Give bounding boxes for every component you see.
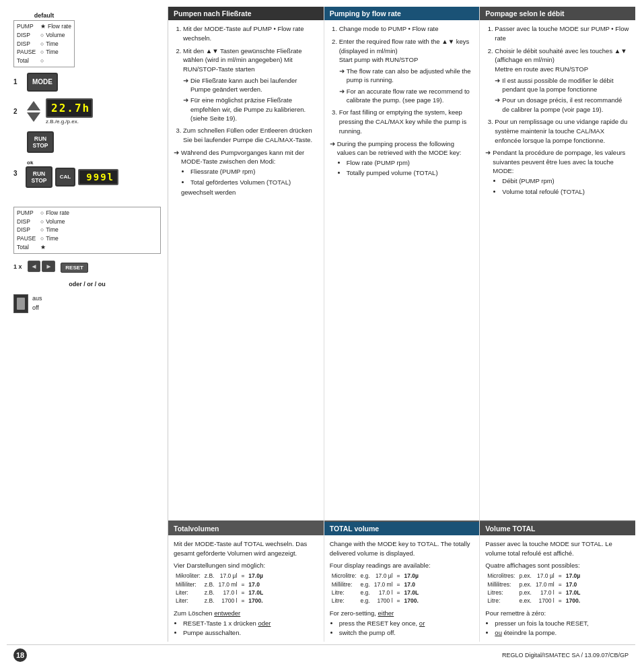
- arrow-icon-5: ➜: [339, 87, 345, 105]
- col3-section2-sub: Quatre affichages sont possibles:: [485, 561, 630, 570]
- table-row: Millilitre:e.g.17.0 ml=17.0: [330, 580, 421, 589]
- col2-step3: For fast filling or emptying the system,…: [339, 108, 474, 135]
- reset-row: 1 x ◄ ► RESET: [13, 261, 161, 273]
- table-row: Microlitre:e.g.17.0 µl=17.0µ: [330, 572, 421, 580]
- pump-display1: 22.7h: [46, 98, 93, 118]
- col2-volume-table: Microlitre:e.g.17.0 µl=17.0µ Millilitre:…: [330, 572, 421, 605]
- col1-reset-intro: Zum Löschen entweder: [174, 609, 318, 618]
- col1-arrow2: Für eine möglichst präzise Fließrate emp…: [190, 96, 318, 123]
- up-arrow-btn[interactable]: [27, 101, 40, 110]
- col1-section2-content: Mit der MODE-Taste auf TOTAL wechseln. D…: [168, 535, 324, 642]
- col2-step1: Change mode to PUMP • Flow rate: [339, 24, 474, 34]
- table-row: Litre:e.g.1700 l=1700.: [330, 597, 421, 605]
- table-row: Liter:z.B.1700 l=1700.: [174, 597, 265, 605]
- col1-reset1: RESET-Taste 1 x drücken oder: [183, 619, 318, 628]
- x1-label: 1 x: [13, 263, 22, 270]
- col2-step2: Enter the required flow rate with the ▲▼…: [339, 37, 474, 104]
- col1-section1-header: Pumpen nach Fließrate: [168, 7, 324, 20]
- col3-section1-header: Pompage selon le débit: [480, 7, 635, 20]
- step1-mode-row: 1 MODE: [13, 73, 161, 92]
- right-arrow-btn[interactable]: ►: [42, 261, 55, 272]
- col3-arrow2: Pour un dosage précis, il est recommandé…: [502, 96, 630, 114]
- col1-section2-sub: Vier Darstellungen sind möglich:: [174, 561, 318, 570]
- step1-num: 1: [13, 78, 22, 86]
- mode-button[interactable]: MODE: [27, 73, 58, 92]
- col2-section2-intro: Change with the MODE key to TOTAL. The t…: [330, 539, 474, 558]
- arrow-icon-1: ➜: [183, 76, 188, 94]
- footer-text: REGLO Digital/ISMATEC SA / 13.09.07/CB/G…: [502, 652, 629, 659]
- col3-arrow1: Il est aussi possible de modifier le déb…: [502, 76, 630, 94]
- col1-section2-header: Totalvolumen: [168, 522, 324, 535]
- col2-reset2: switch the pump off.: [339, 628, 474, 638]
- col2-reset1: press the RESET key once, or: [339, 619, 474, 628]
- col2-arrow1: The flow rate can also be adjusted while…: [347, 67, 474, 85]
- power-switch[interactable]: [13, 294, 28, 313]
- col3-reset-intro: Pour remettre à zéro:: [485, 609, 630, 618]
- col1-arrow1: Die Fließrate kann auch bei laufender Pu…: [190, 76, 318, 94]
- col2-section2-sub: Four display readings are available:: [330, 561, 474, 570]
- off-label: off: [32, 304, 42, 313]
- left-panel: default PUMP★Flow rate DISP○Volume DISP○…: [7, 7, 168, 642]
- reset-button[interactable]: RESET: [61, 263, 88, 273]
- col2-section2-content: Change with the MODE key to TOTAL. The t…: [324, 535, 480, 642]
- aus-label: aus: [32, 294, 42, 304]
- col3-volume-table: Microlitres:p.ex.17.0 µl=17.0µ Millilitr…: [485, 572, 582, 605]
- col1-step3: Zum schnellen Füllen oder Entleeren drüc…: [183, 126, 318, 145]
- col3-step1: Passer avec la touche MODE sur PUMP • Fl…: [495, 24, 630, 43]
- step2-num: 2: [13, 108, 22, 115]
- main-content: default PUMP★Flow rate DISP○Volume DISP○…: [7, 7, 635, 642]
- col2-section1-content: Change mode to PUMP • Flow rate Enter th…: [324, 20, 480, 520]
- col2-section2-header: TOTAL volume: [324, 522, 480, 535]
- col2-section1-header: Pumping by flow rate: [324, 7, 480, 20]
- col1-step1: Mit der MODE-Taste auf PUMP • Flow rate …: [183, 24, 318, 43]
- page-number-circle: 18: [13, 648, 27, 662]
- table-row: Microlitres:p.ex.17.0 µl=17.0µ: [485, 572, 582, 580]
- col1-bullet1: Fliessrate (PUMP rpm): [190, 167, 318, 176]
- col1-volume-table: Mikroliter:z.B.17.0 µl=17.0µ Milliliter:…: [174, 572, 265, 605]
- col-english: Pumping by flow rate Change mode to PUMP…: [324, 7, 480, 642]
- col3-section2-intro: Passer avec la touche MODE sur TOTAL. Le…: [485, 539, 630, 558]
- table-row: Litres:p.ex.17.0 l=17.0L: [485, 589, 582, 597]
- col3-section2-content: Passer avec la touche MODE sur TOTAL. Le…: [480, 535, 635, 642]
- page-number: 18: [16, 651, 24, 659]
- run-stop-button3[interactable]: RUNSTOP: [26, 166, 52, 188]
- col3-bullet2: Volume total refoulé (TOTAL): [502, 187, 630, 196]
- col3-section2-header: Volume TOTAL: [480, 522, 635, 535]
- col3-bullet1: Débit (PUMP rpm): [502, 176, 630, 185]
- arrow-icon-9: ➜: [485, 148, 491, 197]
- page: default PUMP★Flow rate DISP○Volume DISP○…: [0, 0, 642, 672]
- col-german: Pumpen nach Fließrate Mit der MODE-Taste…: [168, 7, 324, 642]
- down-arrow-btn[interactable]: [27, 112, 40, 122]
- table-row: Litre:e.ex.1700 l=1700.: [485, 597, 582, 605]
- col3-reset1: presser un fois la touche RESET,: [495, 619, 630, 628]
- arrow-icon-6: ➜: [330, 139, 335, 179]
- col2-reset-intro: For zero-setting, either: [330, 609, 474, 618]
- columns: Pumpen nach Fließrate Mit der MODE-Taste…: [168, 7, 635, 642]
- ok-label: ok: [27, 160, 33, 166]
- col3-reset2: ou éteindre la pompe.: [495, 628, 630, 638]
- table-row: Litre:e.g.17.0 l=17.0L: [330, 589, 421, 597]
- arrow-icon-7: ➜: [495, 76, 500, 94]
- left-arrow-btn[interactable]: ◄: [28, 261, 41, 272]
- pump-display2: 999l: [78, 169, 118, 185]
- switch-row: aus off: [13, 294, 161, 313]
- oder-label: oder / or / ou: [13, 281, 161, 288]
- step3-area: 3 ok RUNSTOP CAL 999l: [13, 160, 161, 188]
- step3-num: 3: [13, 170, 22, 177]
- cal-button[interactable]: CAL: [55, 168, 75, 187]
- pump-box1: PUMP★Flow rate DISP○Volume DISP○Time PAU…: [13, 20, 75, 67]
- default-label: default: [34, 12, 55, 19]
- run-stop-button1[interactable]: RUNSTOP: [27, 131, 54, 153]
- run-stop-area1: RUNSTOP: [27, 131, 161, 153]
- col1-bullet2: Total gefördertes Volumen (TOTAL): [190, 178, 318, 187]
- footer: 18 REGLO Digital/ISMATEC SA / 13.09.07/C…: [7, 644, 635, 665]
- step2-area: 2 22.7h z.B./e.g./p.ex.: [13, 98, 161, 125]
- table-row: Liter:z.B.17.0 l=17.0L: [174, 589, 265, 597]
- arrow-icon-8: ➜: [495, 96, 500, 114]
- col2-arrow2: For an accurate flow rate we recommend t…: [347, 87, 474, 105]
- table-row: Millilitres:p.ex.17.0 ml=17.0: [485, 580, 582, 589]
- col1-step2: Mit den ▲▼ Tasten gewünschte Fließrate w…: [183, 46, 318, 123]
- col3-step3: Pour un remplissage ou une vidange rapid…: [495, 117, 630, 145]
- col2-bullet1: Flow rate (PUMP rpm): [347, 158, 474, 167]
- col1-section2-intro: Mit der MODE-Taste auf TOTAL wechseln. D…: [174, 539, 318, 558]
